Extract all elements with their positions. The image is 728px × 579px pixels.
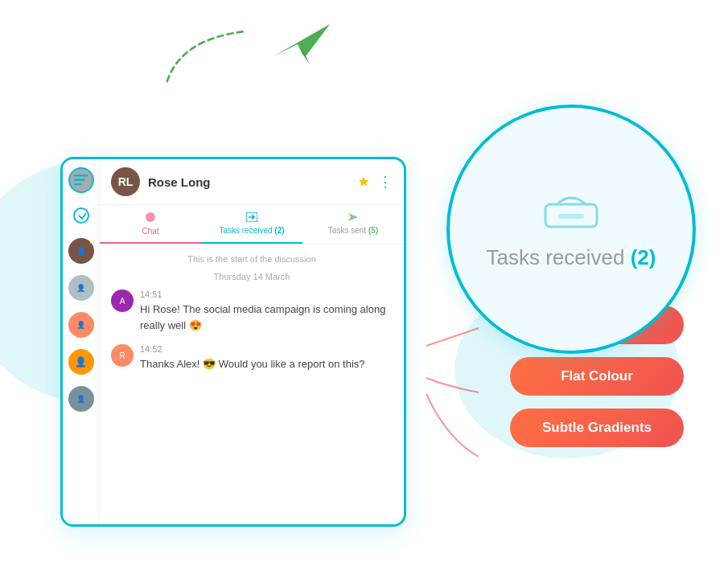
tab-tasks-sent-label: Tasks sent (5) [328,226,378,235]
msg-text-2: Thanks Alex! 😎 Would you like a report o… [140,356,393,372]
tab-chat-label: Chat [142,227,158,236]
message-2: R 14:52 Thanks Alex! 😎 Would you like a … [111,344,393,372]
chat-tab-icon [145,211,156,225]
discussion-start-text: This is the start of the discussion [111,254,393,264]
msg-time-1: 14:51 [140,290,393,299]
svg-point-6 [146,212,155,222]
chat-header: RL Rose Long ★ ⋮ [100,159,404,205]
svg-rect-2 [74,175,88,177]
chat-main: RL Rose Long ★ ⋮ Chat [100,159,404,524]
tab-tasks-received[interactable]: Tasks received (2) [201,205,302,244]
tab-tasks-received-label: Tasks received (2) [219,226,284,235]
more-options-icon[interactable]: ⋮ [378,173,393,191]
sidebar-nav-icon[interactable] [70,204,93,227]
msg-content-1: 14:51 Hi Rose! The social media campaign… [140,290,393,333]
sidebar-avatar-1[interactable]: 👤 ⭐ [68,238,94,264]
date-divider: Thursday 14 March [111,272,393,281]
tasks-received-tab-icon [246,211,257,224]
star-icon[interactable]: ★ [357,173,370,191]
msg-content-2: 14:52 Thanks Alex! 😎 Would you like a re… [140,344,393,372]
msg-avatar-2: R [111,344,134,367]
zoom-title-text: Tasks received [487,245,625,269]
msg-time-2: 14:52 [140,344,393,354]
sidebar-avatar-4[interactable]: 👤 [68,349,94,375]
header-name: Rose Long [148,175,349,189]
message-1: A 14:51 Hi Rose! The social media campai… [111,290,393,333]
subtle-gradients-button[interactable]: Subtle Gradients [510,409,684,447]
flat-colour-button[interactable]: Flat Colour [510,357,684,396]
zoom-count: (2) [631,245,656,269]
sidebar-avatar-main[interactable] [68,167,94,193]
tasks-sent-tab-icon [348,211,359,224]
sidebar-avatar-2[interactable]: 👤 ⭐ [68,275,94,301]
sidebar-avatar-5[interactable]: 👤 [68,386,94,412]
sidebar-avatar-3[interactable]: 👤 [68,312,94,338]
tasks-received-count: (2) [274,226,284,235]
header-avatar: RL [111,167,140,196]
svg-rect-9 [558,214,584,219]
msg-avatar-1: A [111,290,134,312]
tasks-sent-count: (5) [368,226,378,235]
svg-rect-3 [74,179,85,182]
chat-window: 👤 ⭐ 👤 ⭐ 👤 👤 👤 RL Rose Long ★ ⋮ [60,157,406,527]
zoom-circle: Tasks received (2) [446,105,696,354]
msg-text-1: Hi Rose! The social media campaign is co… [140,302,393,333]
tray-icon [542,188,600,239]
tab-chat[interactable]: Chat [100,205,201,244]
chat-messages: This is the start of the discussion Thur… [100,244,404,524]
svg-point-5 [74,208,88,223]
svg-rect-4 [74,183,82,186]
zoom-title: Tasks received (2) [487,245,656,270]
tab-tasks-sent[interactable]: Tasks sent (5) [302,205,404,244]
chat-sidebar: 👤 ⭐ 👤 ⭐ 👤 👤 👤 [63,159,100,524]
chat-tabs: Chat Tasks received (2) Tasks sent (5 [100,205,404,244]
